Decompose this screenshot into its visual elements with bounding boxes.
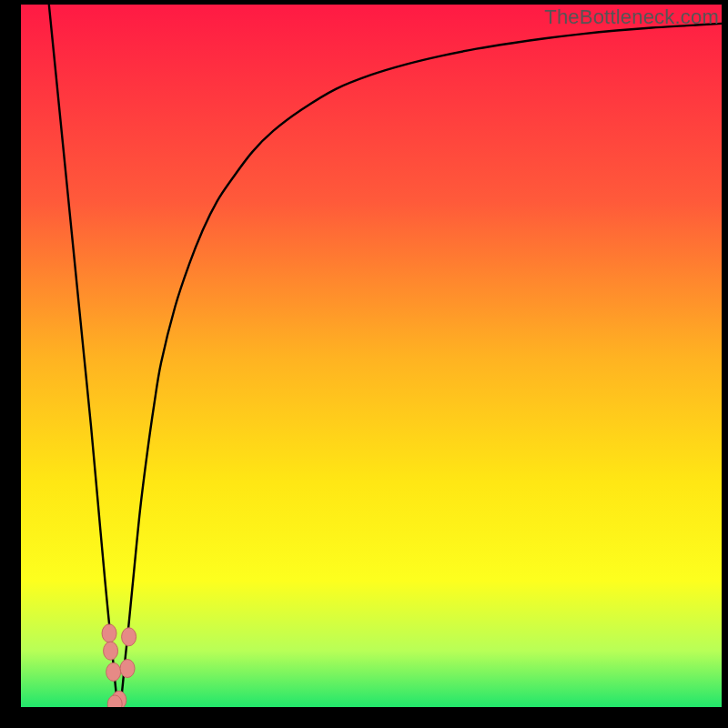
chart-frame: TheBottleneck.com bbox=[0, 0, 728, 728]
watermark-text: TheBottleneck.com bbox=[544, 5, 719, 29]
curve-layer bbox=[21, 5, 722, 707]
data-point bbox=[106, 662, 121, 681]
data-point bbox=[120, 660, 135, 678]
plot-area bbox=[21, 5, 722, 707]
bottleneck-curve bbox=[49, 5, 722, 707]
data-point bbox=[122, 628, 136, 646]
scatter-points bbox=[102, 624, 136, 707]
data-point bbox=[102, 624, 116, 642]
data-point bbox=[104, 642, 118, 660]
